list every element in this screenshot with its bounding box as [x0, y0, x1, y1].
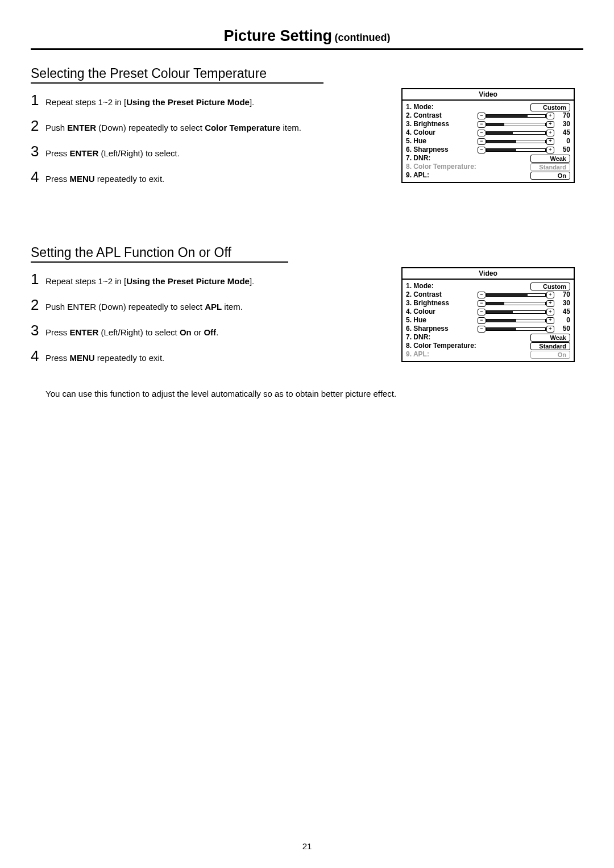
- osd-value-wrap: On: [530, 351, 570, 359]
- osd-label: 9. APL:: [406, 171, 478, 180]
- osd-label: 5. Hue: [406, 316, 478, 325]
- osd-panel-2: Video 1. Mode: Custom 2. Contrast − + 70…: [401, 267, 575, 362]
- step-text: Repeat steps 1~2 in [Using the Preset Pi…: [45, 97, 254, 107]
- step-text: Push ENTER (Down) repeatedly to select C…: [45, 123, 301, 132]
- slider-track: [486, 327, 546, 331]
- osd-label: 1. Mode:: [406, 282, 478, 290]
- osd-value: 0: [554, 316, 570, 325]
- slider-fill: [487, 149, 516, 151]
- osd-row-apl: 9. APL: On: [406, 350, 570, 359]
- steps-column: 1 Repeat steps 1~2 in [Using the Preset …: [31, 88, 401, 194]
- slider-track: [486, 123, 546, 126]
- osd-label: 5. Hue: [406, 137, 478, 146]
- step-3: 3 Press ENTER (Left/Right) to select On …: [31, 322, 390, 339]
- osd-value: Custom: [530, 103, 570, 111]
- osd-value-wrap: Standard: [530, 342, 570, 350]
- section-apl: Setting the APL Function On or Off 1 Rep…: [31, 245, 583, 398]
- osd-label: 1. Mode:: [406, 103, 478, 111]
- osd-slider: − +: [478, 326, 554, 333]
- osd-row-hue: 5. Hue − + 0: [406, 137, 570, 146]
- osd-label: 8. Color Temperature:: [406, 342, 478, 350]
- text: Press: [45, 353, 70, 363]
- osd-row-brightness: 3. Brightness − + 30: [406, 299, 570, 308]
- osd-value-wrap: Standard: [530, 163, 570, 171]
- step-2: 2 Push ENTER (Down) repeatedly to select…: [31, 296, 390, 314]
- minus-icon: −: [478, 326, 486, 333]
- text: (Left/Right) to select: [98, 327, 180, 337]
- text: or: [192, 327, 204, 337]
- plus-icon: +: [546, 317, 554, 324]
- step-number: 1: [31, 92, 45, 109]
- slider-track: [486, 131, 546, 135]
- step-number: 3: [31, 322, 45, 339]
- step-text: Press ENTER (Left/Right) to select.: [45, 148, 180, 158]
- osd-column: Video 1. Mode: Custom 2. Contrast − + 70…: [401, 267, 583, 362]
- minus-icon: −: [478, 138, 486, 145]
- osd-slider: − +: [478, 130, 554, 136]
- bold-text: Using the Preset Picture Mode: [126, 97, 250, 107]
- plus-icon: +: [546, 292, 554, 298]
- plus-icon: +: [546, 147, 554, 153]
- osd-value-wrap: Weak: [530, 155, 570, 163]
- osd-row-sharpness: 6. Sharpness − + 50: [406, 325, 570, 333]
- slider-fill: [487, 328, 516, 330]
- plus-icon: +: [546, 309, 554, 315]
- osd-title: Video: [403, 89, 574, 101]
- osd-body: 1. Mode: Custom 2. Contrast − + 70 3. Br…: [403, 280, 574, 361]
- slider-fill: [487, 132, 513, 134]
- bold-text: Color Temperature: [205, 123, 280, 132]
- text: Push ENTER (Down) repeatedly to select: [45, 302, 205, 312]
- osd-label: 3. Brightness: [406, 299, 478, 308]
- osd-row-hue: 5. Hue − + 0: [406, 316, 570, 325]
- plus-icon: +: [546, 300, 554, 307]
- osd-label: 2. Contrast: [406, 111, 478, 120]
- osd-label: 4. Colour: [406, 308, 478, 316]
- osd-value: Standard: [530, 342, 570, 350]
- text: item.: [222, 302, 243, 312]
- osd-row-mode: 1. Mode: Custom: [406, 103, 570, 111]
- plus-icon: +: [546, 326, 554, 333]
- step-2: 2 Push ENTER (Down) repeatedly to select…: [31, 117, 390, 135]
- text: repeatedly to exit.: [95, 353, 165, 363]
- step-number: 2: [31, 117, 45, 135]
- osd-value-wrap: Custom: [530, 283, 570, 290]
- osd-body: 1. Mode: Custom 2. Contrast − + 70 3. Br…: [403, 101, 574, 182]
- text: Press: [45, 174, 70, 184]
- slider-fill: [487, 115, 528, 117]
- slider-fill: [487, 294, 528, 296]
- step-1: 1 Repeat steps 1~2 in [Using the Preset …: [31, 92, 390, 109]
- osd-value: 0: [554, 137, 570, 146]
- text: repeatedly to exit.: [95, 174, 165, 184]
- text: Press: [45, 327, 70, 337]
- step-1: 1 Repeat steps 1~2 in [Using the Preset …: [31, 271, 390, 288]
- slider-track: [486, 293, 546, 297]
- osd-row-mode: 1. Mode: Custom: [406, 282, 570, 290]
- bold-text: APL: [205, 302, 222, 312]
- minus-icon: −: [478, 292, 486, 298]
- osd-row-dnr: 7. DNR: Weak: [406, 333, 570, 342]
- osd-slider: − +: [478, 138, 554, 145]
- text: ].: [250, 276, 254, 286]
- osd-label: 9. APL:: [406, 350, 478, 359]
- plus-icon: +: [546, 121, 554, 128]
- text: (Left/Right) to select.: [98, 148, 180, 158]
- section-heading: Selecting the Preset Colour Temperature: [31, 66, 323, 84]
- osd-value: Weak: [530, 334, 570, 342]
- bold-text: ENTER: [70, 327, 99, 337]
- osd-value: 70: [554, 290, 570, 299]
- osd-row-apl: 9. APL: On: [406, 171, 570, 180]
- step-text: Press MENU repeatedly to exit.: [45, 174, 164, 184]
- minus-icon: −: [478, 147, 486, 153]
- page-title: Picture Setting: [224, 27, 333, 44]
- bold-text: MENU: [70, 174, 95, 184]
- minus-icon: −: [478, 113, 486, 119]
- text: Push: [45, 123, 67, 132]
- slider-track: [486, 310, 546, 314]
- two-column-layout: 1 Repeat steps 1~2 in [Using the Preset …: [31, 267, 583, 373]
- minus-icon: −: [478, 317, 486, 324]
- osd-slider: − +: [478, 292, 554, 298]
- osd-value: Standard: [530, 163, 570, 171]
- osd-row-colortemp: 8. Color Temperature: Standard: [406, 163, 570, 171]
- bold-text: ENTER: [70, 148, 99, 158]
- text: .: [216, 327, 218, 337]
